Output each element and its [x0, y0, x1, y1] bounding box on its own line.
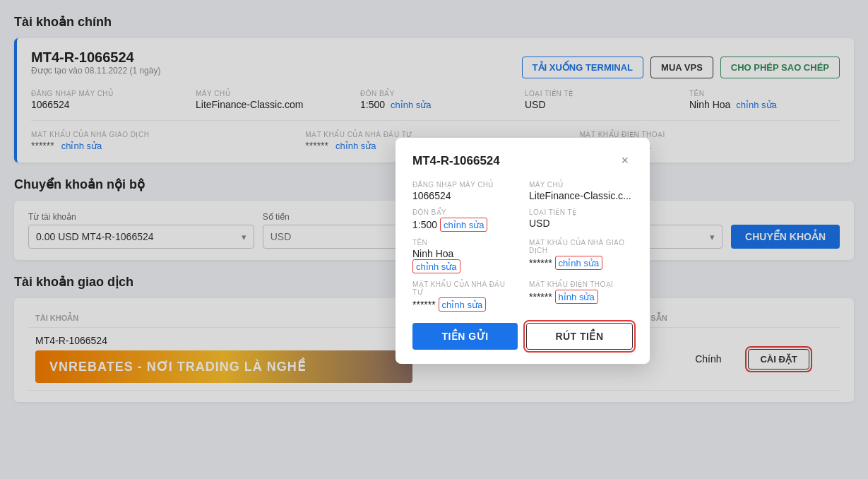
- name-edit-link[interactable]: chỉnh sửa: [736, 100, 777, 110]
- modal-currency-field: LOẠI TIỀN TỆ USD: [529, 208, 633, 232]
- broker-pass-label: MẬT KHẨU CỦA NHÀ GIAO DỊCH: [31, 131, 291, 138]
- currency-field: LOẠI TIỀN TỆ USD: [525, 90, 675, 110]
- withdraw-button[interactable]: RÚT TIỀN: [526, 323, 633, 350]
- main-account-section-title: Tài khoản chính: [14, 14, 854, 30]
- server-label: MÁY CHỦ: [196, 90, 346, 97]
- currency-value: USD: [525, 99, 675, 110]
- modal-server-field: MÁY CHỦ LiteFinance-Classic.c...: [529, 181, 633, 201]
- modal-broker-pass-edit-link[interactable]: chỉnh sửa: [559, 258, 600, 268]
- server-field: MÁY CHỦ LiteFinance-Classic.com: [196, 90, 346, 110]
- account-created: Được tạo vào 08.11.2022 (1 ngày): [31, 66, 160, 76]
- from-account-label: Từ tài khoản: [28, 212, 254, 222]
- modal-phone-pass-edit-link[interactable]: hỉnh sửa: [559, 292, 595, 302]
- promo-banner: VNREBATES - NƠI TRADING LÀ NGHỀ: [35, 350, 412, 383]
- modal-login-label: ĐĂNG NHẬP MÁY CHỦ: [412, 181, 516, 189]
- modal-name-field: TÊN Ninh Hoa chỉnh sửa: [412, 239, 516, 273]
- login-value: 1066524: [31, 99, 182, 110]
- currency-label: LOẠI TIỀN TỆ: [525, 90, 675, 97]
- modal-header: MT4-R-1066524 ×: [412, 152, 633, 170]
- modal-leverage-value: 1:500 chỉnh sửa: [412, 218, 516, 232]
- modal-broker-pass-label: MẬT KHẨU CỦA NHÀ GIAO DỊCH: [529, 239, 633, 254]
- row-type: Chính: [688, 328, 741, 391]
- modal-broker-pass-value: ****** chỉnh sửa: [529, 256, 633, 270]
- transfer-button[interactable]: CHUYỂN KHOẢN: [731, 225, 840, 249]
- modal-leverage-edit-link[interactable]: chỉnh sửa: [444, 220, 484, 230]
- modal-investor-pass-field: MẬT KHẨU CỦA NHÀ ĐẦU TƯ ****** chỉnh sửa: [412, 280, 516, 312]
- leverage-value: 1:500 chỉnh sửa: [360, 99, 511, 110]
- modal-investor-pass-value: ****** chỉnh sửa: [412, 297, 516, 312]
- modal-leverage-field: ĐÒN BẨY 1:500 chỉnh sửa: [412, 208, 516, 232]
- deposit-button[interactable]: TIỀN GỬI: [412, 323, 518, 350]
- download-terminal-button[interactable]: TẢI XUỐNG TERMINAL: [522, 57, 644, 78]
- modal-currency-value: USD: [529, 218, 633, 229]
- modal-name-value: Ninh Hoa chỉnh sửa: [412, 248, 516, 273]
- modal-actions: TIỀN GỬI RÚT TIỀN: [412, 323, 633, 350]
- col-account: TÀI KHOẢN: [28, 309, 420, 328]
- buy-vps-button[interactable]: MUA VPS: [650, 57, 713, 78]
- to-chevron-down-icon: [710, 231, 715, 242]
- from-account-group: Từ tài khoản 0.00 USD MT4-R-1066524: [28, 212, 254, 249]
- modal-close-button[interactable]: ×: [617, 152, 633, 170]
- login-label: ĐĂNG NHẬP MÁY CHỦ: [31, 90, 182, 97]
- broker-pass-edit-link[interactable]: chỉnh sửa: [61, 141, 102, 151]
- modal-phone-pass-value: ****** hỉnh sửa: [529, 290, 633, 304]
- modal-server-value: LiteFinance-Classic.c...: [529, 190, 633, 201]
- leverage-edit-link[interactable]: chỉnh sửa: [391, 100, 432, 110]
- from-account-select[interactable]: 0.00 USD MT4-R-1066524: [28, 225, 254, 249]
- account-id: MT4-R-1066524: [31, 49, 160, 66]
- modal-name-label: TÊN: [412, 239, 516, 247]
- modal-login-field: ĐĂNG NHẬP MÁY CHỦ 1066524: [412, 181, 516, 201]
- modal-investor-pass-label: MẬT KHẨU CỦA NHÀ ĐẦU TƯ: [412, 280, 516, 296]
- login-field: ĐĂNG NHẬP MÁY CHỦ 1066524: [31, 90, 182, 110]
- modal-login-value: 1066524: [412, 190, 516, 201]
- modal-fields-grid: ĐĂNG NHẬP MÁY CHỦ 1066524 MÁY CHỦ LiteFi…: [412, 181, 633, 312]
- modal-investor-pass-edit-link[interactable]: chỉnh sửa: [442, 300, 483, 310]
- row-account-id: MT4-R-1066524: [35, 335, 412, 346]
- chevron-down-icon: [242, 231, 246, 242]
- server-value: LiteFinance-Classic.com: [196, 99, 346, 110]
- setup-button[interactable]: CÀI ĐẶT: [748, 349, 809, 369]
- leverage-label: ĐÒN BẨY: [360, 90, 511, 97]
- allow-copy-button[interactable]: CHO PHÉP SAO CHÉP: [720, 57, 840, 78]
- name-value: Ninh Hoa chỉnh sửa: [689, 99, 840, 110]
- name-field: TÊN Ninh Hoa chỉnh sửa: [689, 90, 840, 110]
- investor-pass-edit-link[interactable]: chỉnh sửa: [335, 141, 376, 151]
- modal-phone-pass-field: MẬT KHẨU ĐIỆN THOẠI ****** hỉnh sửa: [529, 280, 633, 312]
- modal-phone-pass-label: MẬT KHẨU ĐIỆN THOẠI: [529, 280, 633, 288]
- name-label: TÊN: [689, 90, 840, 97]
- broker-pass-value: ****** chỉnh sửa: [31, 140, 291, 151]
- modal-broker-pass-field: MẬT KHẨU CỦA NHÀ GIAO DỊCH ****** chỉnh …: [529, 239, 633, 273]
- modal-leverage-label: ĐÒN BẨY: [412, 208, 516, 216]
- modal-title: MT4-R-1066524: [412, 154, 500, 168]
- modal-server-label: MÁY CHỦ: [529, 181, 633, 189]
- leverage-field: ĐÒN BẨY 1:500 chỉnh sửa: [360, 90, 511, 110]
- modal-name-edit-link[interactable]: chỉnh sửa: [416, 261, 457, 272]
- broker-pass-field: MẬT KHẨU CỦA NHÀ GIAO DỊCH ****** chỉnh …: [31, 131, 291, 151]
- modal-currency-label: LOẠI TIỀN TỆ: [529, 208, 633, 216]
- modal-box: MT4-R-1066524 × ĐĂNG NHẬP MÁY CHỦ 106652…: [396, 138, 650, 364]
